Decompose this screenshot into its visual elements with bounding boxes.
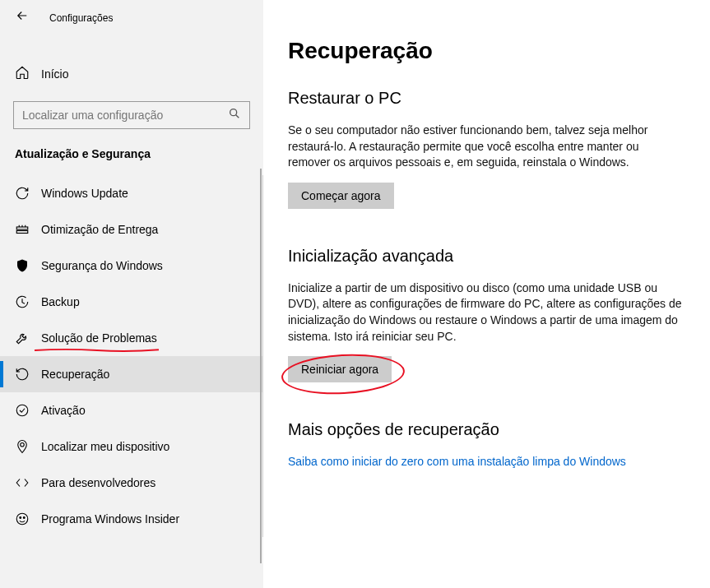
- clean-install-link[interactable]: Saiba como iniciar do zero com uma insta…: [288, 455, 626, 468]
- section-advanced-startup: Inicialização avançada Inicialize a part…: [288, 247, 685, 382]
- nav-item-activation[interactable]: Ativação: [0, 392, 262, 428]
- nav-label: Solução de Problemas: [41, 331, 157, 345]
- activation-icon: [15, 403, 30, 418]
- section-body: Inicialize a partir de um dispositivo ou…: [288, 280, 683, 345]
- nav-item-developers[interactable]: Para desenvolvedores: [0, 465, 262, 501]
- optimization-icon: [15, 222, 30, 237]
- nav-label: Windows Update: [41, 187, 128, 200]
- insider-icon: [15, 512, 30, 526]
- nav-label: Para desenvolvedores: [41, 476, 155, 489]
- svg-rect-2: [16, 231, 28, 234]
- nav-item-find-device[interactable]: Localizar meu dispositivo: [0, 428, 262, 465]
- nav-item-backup[interactable]: Backup: [0, 284, 262, 320]
- svg-point-5: [16, 513, 28, 525]
- back-arrow-icon[interactable]: [15, 8, 30, 27]
- svg-point-0: [230, 109, 237, 116]
- sidebar-header: Configurações: [0, 0, 263, 35]
- app-title: Configurações: [49, 12, 113, 24]
- svg-point-7: [23, 517, 25, 519]
- search-input[interactable]: [22, 109, 228, 122]
- nav-item-insider[interactable]: Programa Windows Insider: [0, 501, 262, 537]
- nav-item-troubleshoot[interactable]: Solução de Problemas: [0, 320, 262, 356]
- section-reset-pc: Restaurar o PC Se o seu computador não e…: [288, 89, 685, 209]
- section-heading: Inicialização avançada: [288, 247, 685, 266]
- main-content: Recuperação Restaurar o PC Se o seu comp…: [263, 0, 710, 588]
- sync-icon: [15, 186, 30, 201]
- backup-icon: [15, 294, 30, 309]
- nav-item-windows-security[interactable]: Segurança do Windows: [0, 248, 262, 284]
- developers-icon: [15, 475, 30, 490]
- annotation-underline: [33, 348, 160, 353]
- section-more-recovery: Mais opções de recuperação Saiba como in…: [288, 420, 685, 469]
- wrench-icon: [15, 331, 30, 345]
- search-box[interactable]: [13, 101, 250, 129]
- nav-item-recovery[interactable]: Recuperação: [0, 356, 262, 392]
- svg-rect-1: [16, 227, 28, 229]
- get-started-button[interactable]: Começar agora: [288, 183, 394, 209]
- scrollbar[interactable]: [260, 169, 262, 563]
- nav-item-windows-update[interactable]: Windows Update: [0, 175, 262, 211]
- home-icon: [15, 65, 30, 83]
- recovery-icon: [15, 367, 30, 382]
- nav-label: Otimização de Entrega: [41, 223, 158, 236]
- nav-label: Localizar meu dispositivo: [41, 440, 169, 453]
- nav-list: Windows Update Otimização de Entrega Seg…: [0, 175, 263, 537]
- nav-label: Ativação: [41, 404, 86, 417]
- section-heading: Restaurar o PC: [288, 89, 685, 108]
- shield-icon: [15, 258, 30, 273]
- nav-label: Backup: [41, 295, 80, 308]
- home-label: Início: [41, 67, 68, 81]
- find-device-icon: [15, 439, 30, 454]
- svg-point-4: [21, 443, 25, 447]
- nav-label: Programa Windows Insider: [41, 512, 179, 525]
- sidebar: Configurações Início Atualização e Segur…: [0, 0, 263, 588]
- nav-label: Recuperação: [41, 368, 109, 381]
- section-body: Se o seu computador não estiver funciona…: [288, 123, 683, 171]
- section-heading: Mais opções de recuperação: [288, 420, 685, 439]
- svg-point-3: [16, 405, 28, 416]
- svg-point-6: [20, 517, 21, 519]
- search-icon: [228, 107, 241, 123]
- nav-label: Segurança do Windows: [41, 259, 163, 272]
- nav-item-delivery-optimization[interactable]: Otimização de Entrega: [0, 211, 262, 248]
- page-title: Recuperação: [288, 38, 685, 64]
- sidebar-home[interactable]: Início: [0, 55, 263, 93]
- search-container: [13, 101, 250, 129]
- sidebar-section-title: Atualização e Segurança: [0, 147, 263, 175]
- restart-now-button[interactable]: Reiniciar agora: [288, 356, 392, 382]
